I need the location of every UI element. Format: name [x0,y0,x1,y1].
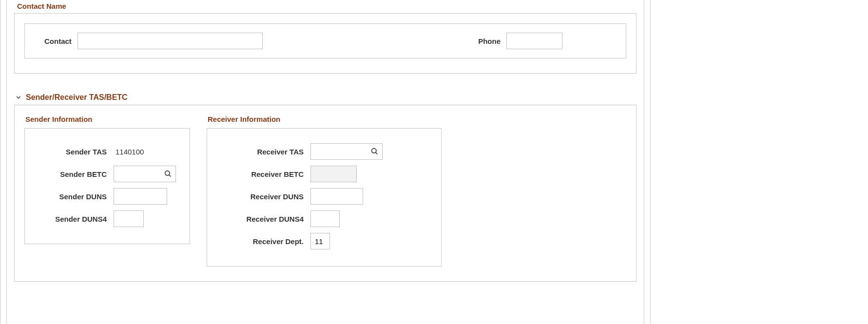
contact-name-title: Contact Name [17,2,637,10]
receiver-tas-lookup-button[interactable] [369,146,380,157]
sender-betc-label: Sender BETC [39,170,107,178]
sender-column: Sender Information Sender TAS 1140100 Se… [24,115,190,244]
receiver-column: Receiver Information Receiver TAS [207,115,442,267]
search-icon [164,170,172,179]
tasbetc-toggle[interactable]: Sender/Receiver TAS/BETC [14,93,637,102]
sender-duns4-input[interactable] [114,210,144,227]
sender-betc-lookup-button[interactable] [162,169,173,179]
svg-line-3 [376,152,377,154]
sender-tas-label: Sender TAS [39,148,107,156]
sender-info-title: Sender Information [25,115,190,123]
phone-input[interactable] [506,33,562,49]
receiver-duns4-label: Receiver DUNS4 [221,215,304,223]
receiver-info-title: Receiver Information [208,115,442,123]
receiver-duns-input[interactable] [310,188,363,205]
contact-input[interactable] [77,33,263,49]
svg-line-1 [169,175,171,176]
receiver-duns4-input[interactable] [310,210,340,227]
search-icon [370,147,378,156]
receiver-betc-input [310,166,357,182]
receiver-dept-label: Receiver Dept. [221,237,304,246]
contact-row: Contact Phone [24,23,626,58]
receiver-box: Receiver TAS Receive [207,128,442,267]
sender-duns-label: Sender DUNS [39,192,107,201]
sender-tas-value: 1140100 [114,148,144,156]
receiver-tas-label: Receiver TAS [221,148,304,156]
contact-name-panel: Contact Phone [14,13,637,74]
receiver-duns-label: Receiver DUNS [221,192,304,201]
sender-duns-input[interactable] [114,188,167,205]
tasbetc-panel: Sender Information Sender TAS 1140100 Se… [14,105,637,282]
sender-duns4-label: Sender DUNS4 [39,215,107,223]
phone-label: Phone [478,37,501,45]
sender-box: Sender TAS 1140100 Sender BETC [24,128,190,244]
receiver-dept-input[interactable] [310,233,330,249]
chevron-down-icon [14,93,23,102]
receiver-betc-label: Receiver BETC [221,170,304,178]
tasbetc-title: Sender/Receiver TAS/BETC [26,93,128,102]
contact-label: Contact [44,37,72,45]
